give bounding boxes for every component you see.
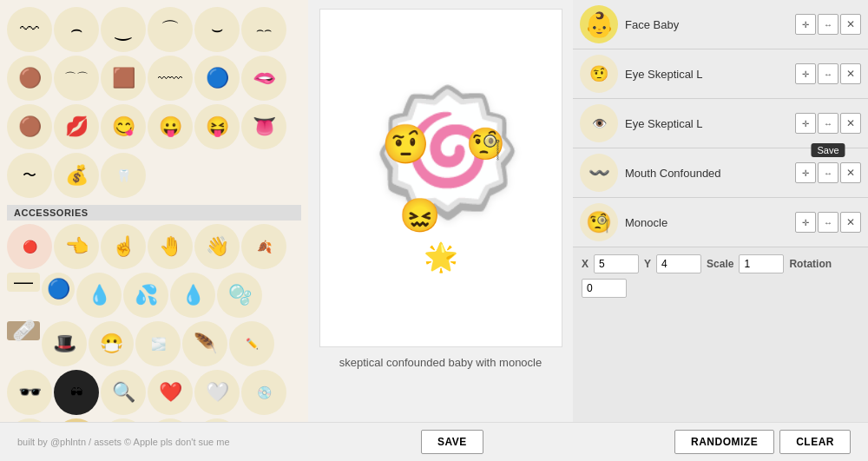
emoji-item[interactable]: ⌒ — [148, 7, 193, 52]
emoji-item[interactable]: 🕶 — [54, 370, 99, 415]
move-btn-eye-2[interactable]: ✛ — [795, 113, 816, 134]
accessories-grid: 🔴 👈 ☝️ 🤚 👋 🍂 — 🔵 💧 💦 💧 🫧 🩹 🎩 😷 🌫️ — [7, 224, 301, 422]
save-button[interactable]: SAVE — [421, 430, 483, 454]
layer-eye-skeptical-2: 👁️ Eye Skeptical L ✛ ↔ ✕ — [573, 99, 868, 148]
move-btn-eye-1[interactable]: ✛ — [795, 63, 816, 84]
emoji-item[interactable]: 🤍 — [194, 370, 240, 415]
layer-name-face-baby: Face Baby — [625, 18, 788, 31]
randomize-button[interactable]: RANDOMIZE — [674, 430, 774, 454]
emoji-item[interactable]: 💰 — [54, 153, 99, 198]
emoji-item[interactable]: 🫧 — [217, 273, 262, 318]
emoji-item[interactable]: 🟤 — [7, 104, 52, 149]
layer-name-monocle: Monocle — [625, 216, 788, 229]
right-panel: 👶 Face Baby ✛ ↔ ✕ 🤨 Eye Skeptical L ✛ ↔ … — [573, 0, 868, 422]
emoji-item[interactable]: 🍂 — [241, 224, 286, 269]
layer-controls-mouth: ✛ ↔ ✕ — [795, 162, 861, 183]
emoji-item[interactable]: 🟤 — [7, 56, 52, 101]
layer-name-eye-2: Eye Skeptical L — [625, 117, 788, 130]
rotation-input[interactable] — [582, 279, 627, 298]
emoji-item[interactable]: 😷 — [89, 321, 134, 366]
emoji-item[interactable]: 🌫️ — [135, 321, 181, 366]
emoji-item[interactable]: 💦 — [123, 273, 168, 318]
layer-thumb-eye-2: 👁️ — [580, 104, 618, 142]
x-input[interactable] — [594, 254, 639, 273]
emoji-item[interactable]: 🔵 — [42, 273, 75, 306]
close-btn-face-baby[interactable]: ✕ — [840, 14, 861, 35]
action-buttons: RANDOMIZE CLEAR — [674, 430, 851, 454]
emoji-item[interactable]: ❤️ — [148, 370, 193, 415]
footer-text: built by @phlntn / assets © Apple pls do… — [17, 437, 230, 447]
close-btn-eye-2[interactable]: ✕ — [840, 113, 861, 134]
emoji-item[interactable]: 〜 — [7, 153, 52, 198]
move-btn-face-baby[interactable]: ✛ — [795, 14, 816, 35]
x-label: X — [582, 258, 589, 270]
emoji-item[interactable]: 🔵 — [194, 56, 240, 101]
flip-btn-mouth[interactable]: ↔ — [818, 162, 838, 183]
layer-controls-eye-2: ✛ ↔ ✕ — [795, 113, 861, 134]
emoji-item[interactable]: ⌢ — [54, 7, 99, 52]
rotation-label: Rotation — [789, 258, 832, 270]
emoji-item[interactable]: 😛 — [148, 104, 193, 149]
face-grid: 〰 ⌢ ‿ ⌒ ⌣ ⌢⌢ 🟤 ⌒⌒ 🟫 〰〰 🔵 🫦 🟤 💋 😋 😛 � — [7, 7, 301, 200]
layer-thumb-face-baby: 👶 — [580, 5, 618, 43]
emoji-item[interactable]: 🤚 — [148, 224, 193, 269]
flip-btn-face-baby[interactable]: ↔ — [818, 14, 838, 35]
y-input[interactable] — [656, 254, 701, 273]
close-btn-monocle[interactable]: ✕ — [840, 212, 861, 233]
emoji-item[interactable]: 👈 — [54, 224, 99, 269]
emoji-item[interactable]: 〰〰 — [148, 56, 193, 101]
emoji-item[interactable]: 💿 — [241, 370, 286, 415]
coords-row: X Y Scale Rotation — [573, 247, 868, 305]
emoji-item[interactable]: 😋 — [101, 104, 146, 149]
emoji-item[interactable]: 🔴 — [7, 224, 52, 269]
emoji-item[interactable]: 💧 — [170, 273, 215, 318]
emoji-item[interactable]: 👋 — [194, 224, 240, 269]
bottom-bar: built by @phlntn / assets © Apple pls do… — [0, 422, 868, 461]
emoji-item[interactable]: ⌒⌒ — [54, 56, 99, 101]
emoji-item[interactable]: 😝 — [194, 104, 240, 149]
close-btn-mouth[interactable]: ✕ — [840, 162, 861, 183]
emoji-item[interactable]: 🎩 — [42, 321, 87, 366]
emoji-item[interactable]: 🪶 — [182, 321, 227, 366]
emoji-item[interactable]: ⌢⌢ — [241, 7, 286, 52]
scale-label: Scale — [707, 258, 733, 270]
layer-controls-face-baby: ✛ ↔ ✕ — [795, 14, 861, 35]
emoji-item[interactable]: 👅 — [241, 104, 286, 149]
move-btn-monocle[interactable]: ✛ — [795, 212, 816, 233]
layer-mouth-confounded: 〰️ Mouth Confounded Save ✛ ↔ ✕ — [573, 148, 868, 198]
layer-controls-monocle: ✛ ↔ ✕ — [795, 212, 861, 233]
scale-input[interactable] — [739, 254, 784, 273]
close-btn-eye-1[interactable]: ✕ — [840, 63, 861, 84]
emoji-item[interactable]: ✏️ — [229, 321, 274, 366]
left-panel: 〰 ⌢ ‿ ⌒ ⌣ ⌢⌢ 🟤 ⌒⌒ 🟫 〰〰 🔵 🫦 🟤 💋 😋 😛 � — [0, 0, 308, 422]
move-btn-mouth[interactable]: ✛ — [795, 162, 816, 183]
emoji-item[interactable]: 〰 — [7, 7, 52, 52]
y-label: Y — [644, 258, 651, 270]
layer-name-mouth: Mouth Confounded — [625, 167, 788, 180]
layer-thumb-mouth: 〰️ — [580, 154, 618, 192]
save-tooltip: Save — [811, 143, 845, 157]
emoji-item[interactable]: ‿ — [101, 7, 146, 52]
emoji-item[interactable]: 🦷 — [101, 153, 146, 198]
canvas-area: 🍥🤨🧐😖🌟 — [319, 9, 562, 347]
emoji-item[interactable]: — — [7, 273, 40, 292]
clear-button[interactable]: CLEAR — [779, 430, 851, 454]
flip-btn-eye-1[interactable]: ↔ — [818, 63, 838, 84]
center-panel: 🍥🤨🧐😖🌟 skeptical confounded baby with mon… — [308, 0, 573, 422]
emoji-item[interactable]: ⌣ — [194, 7, 240, 52]
accessories-label: ACCESSORIES — [7, 205, 301, 221]
emoji-item[interactable]: 🔍 — [101, 370, 146, 415]
emoji-item[interactable]: ☝️ — [101, 224, 146, 269]
emoji-item[interactable]: 💋 — [54, 104, 99, 149]
flip-btn-eye-2[interactable]: ↔ — [818, 113, 838, 134]
layer-face-baby: 👶 Face Baby ✛ ↔ ✕ — [573, 0, 868, 49]
emoji-item[interactable]: 🫦 — [241, 56, 286, 101]
emoji-item[interactable]: 🕶️ — [7, 370, 52, 415]
emoji-item[interactable]: 💧 — [76, 273, 122, 318]
flip-btn-monocle[interactable]: ↔ — [818, 212, 838, 233]
layer-controls-eye-1: ✛ ↔ ✕ — [795, 63, 861, 84]
layer-eye-skeptical-1: 🤨 Eye Skeptical L ✛ ↔ ✕ — [573, 49, 868, 99]
layer-controls-wrap-mouth: Save ✛ ↔ ✕ — [795, 162, 861, 183]
emoji-item[interactable]: 🩹 — [7, 321, 40, 340]
emoji-item[interactable]: 🟫 — [101, 56, 146, 101]
